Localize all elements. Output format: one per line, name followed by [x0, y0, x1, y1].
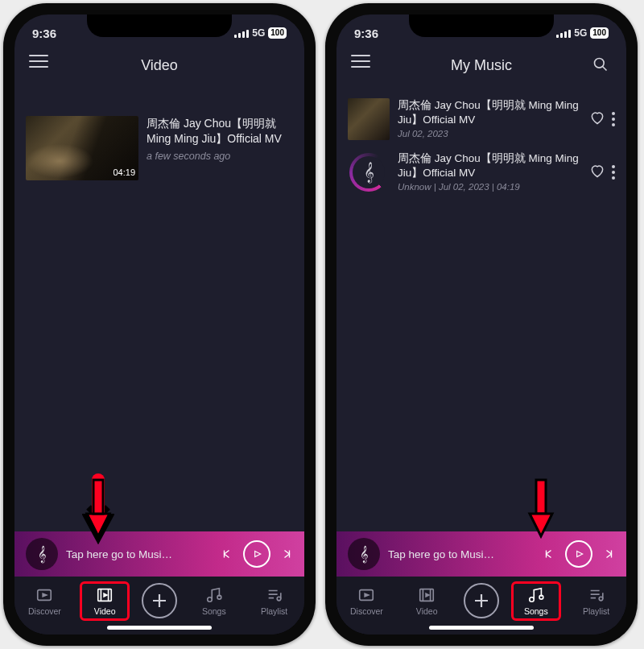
menu-button[interactable] [351, 55, 370, 68]
network-label: 5G [574, 27, 587, 39]
mini-player-text: Tap here go to Musi… [388, 548, 535, 560]
video-subtitle: a few seconds ago [147, 150, 293, 163]
page-title: Video [141, 57, 178, 74]
phone-left: 9:36 5G 100 Video 04:19 周杰倫 Jay Chou【明明就… [3, 3, 316, 646]
mini-player[interactable]: 𝄞 Tap here go to Musi… [14, 531, 304, 577]
tab-playlist[interactable]: Playlist [573, 583, 620, 619]
tab-discover[interactable]: Discover [343, 583, 390, 619]
favorite-button[interactable] [589, 110, 605, 129]
svg-point-2 [217, 595, 221, 599]
mini-player-text: Tap here go to Musi… [66, 548, 213, 560]
music-subtitle: Unknow | Jul 02, 2023 | 04:19 [398, 181, 581, 193]
tab-video[interactable]: Video [403, 583, 450, 619]
network-label: 5G [252, 27, 265, 39]
treble-clef-icon: 𝄞 [360, 546, 369, 563]
play-button[interactable] [565, 540, 592, 568]
prev-button[interactable] [543, 547, 557, 561]
add-button[interactable] [142, 583, 177, 618]
music-subtitle: Jul 02, 2023 [398, 128, 581, 140]
page-header: My Music [336, 47, 626, 84]
add-button[interactable] [464, 583, 499, 618]
mini-player-art[interactable]: 𝄞 [26, 538, 58, 570]
status-time: 9:36 [354, 27, 378, 40]
treble-clef-icon: 𝄞 [348, 151, 390, 193]
tab-label: Songs [202, 606, 226, 616]
phone-right: 9:36 5G 100 My Music 周杰倫 Jay Chou【明明就 Mi… [325, 3, 638, 646]
video-title: 周杰倫 Jay Chou【明明就 Ming Ming Jiu】Official … [147, 116, 293, 147]
tab-songs[interactable]: Songs [513, 583, 559, 619]
more-button[interactable] [612, 112, 615, 126]
treble-clef-icon: 𝄞 [38, 546, 47, 563]
battery-icon: 100 [268, 27, 287, 39]
tab-discover[interactable]: Discover [21, 583, 68, 619]
tab-songs[interactable]: Songs [191, 583, 237, 619]
signal-icon [234, 28, 249, 38]
svg-point-7 [539, 595, 543, 599]
status-time: 9:36 [32, 27, 56, 40]
next-button[interactable] [601, 547, 615, 561]
menu-button[interactable] [29, 55, 48, 68]
next-button[interactable] [279, 547, 293, 561]
favorite-button[interactable] [589, 163, 605, 182]
music-thumbnail-playing[interactable]: 𝄞 [348, 151, 390, 193]
home-indicator[interactable] [107, 626, 212, 630]
tab-label: Playlist [261, 606, 287, 616]
prev-button[interactable] [221, 547, 235, 561]
music-thumbnail[interactable] [348, 98, 390, 140]
device-notch [409, 14, 554, 37]
signal-icon [556, 28, 571, 38]
more-button[interactable] [612, 165, 615, 180]
battery-icon: 100 [590, 27, 609, 39]
video-item[interactable]: 04:19 周杰倫 Jay Chou【明明就 Ming Ming Jiu】Off… [26, 89, 293, 190]
music-item[interactable]: 𝄞 周杰倫 Jay Chou【明明就 Ming Ming Jiu】Officia… [348, 147, 615, 200]
device-notch [87, 14, 232, 37]
play-button[interactable] [243, 540, 270, 568]
tab-label: Playlist [583, 606, 609, 616]
page-header: Video [14, 47, 304, 84]
video-thumbnail[interactable]: 04:19 [26, 116, 138, 180]
mini-player[interactable]: 𝄞 Tap here go to Musi… [336, 531, 626, 577]
search-button[interactable] [589, 53, 612, 76]
tab-label: Discover [350, 606, 383, 616]
tab-video[interactable]: Video [81, 583, 128, 619]
video-duration: 04:19 [113, 167, 135, 177]
annotation-arrow [525, 472, 557, 544]
music-title: 周杰倫 Jay Chou【明明就 Ming Ming Jiu】Official … [398, 151, 581, 180]
page-title: My Music [451, 57, 512, 74]
music-title: 周杰倫 Jay Chou【明明就 Ming Ming Jiu】Official … [398, 98, 581, 126]
tab-playlist[interactable]: Playlist [251, 583, 298, 619]
tab-label: Video [94, 606, 116, 616]
svg-point-4 [595, 59, 605, 68]
annotation-arrow [82, 472, 114, 544]
tab-label: Songs [524, 606, 548, 616]
tab-label: Discover [28, 606, 61, 616]
tab-label: Video [416, 606, 438, 616]
music-item[interactable]: 周杰倫 Jay Chou【明明就 Ming Ming Jiu】Official … [348, 93, 615, 147]
mini-player-art[interactable]: 𝄞 [348, 538, 380, 570]
home-indicator[interactable] [429, 626, 534, 630]
